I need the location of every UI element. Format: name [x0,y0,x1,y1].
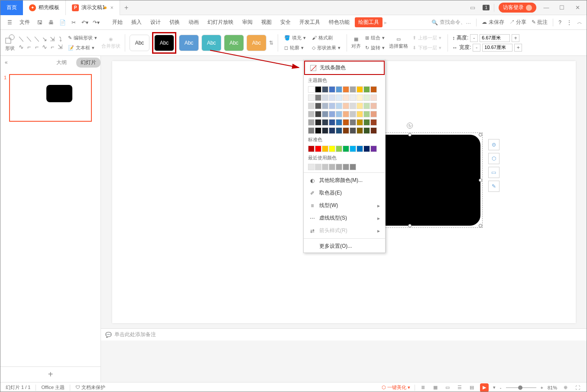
text-box-button[interactable]: 📝 文本框 ▾ [66,44,99,52]
menu-animation[interactable]: 动画 [185,17,202,27]
color-swatch[interactable] [315,103,321,109]
view-normal-icon[interactable]: ≣ [419,384,427,392]
quick-tool-3[interactable]: ▭ [488,167,499,178]
menu-review[interactable]: 审阅 [239,17,256,27]
color-swatch[interactable] [350,119,356,126]
more-icon[interactable]: ⋮ [567,19,572,26]
menu-start[interactable]: 开始 [109,17,126,27]
zoom-out[interactable]: - [500,385,502,390]
window-menu-icon[interactable]: ▭ [467,4,478,11]
align-button[interactable]: ▦ 对齐 [351,36,361,49]
minimize-button[interactable]: — [541,4,552,11]
style-preset-6[interactable]: Abc [246,35,266,51]
quick-tool-4[interactable]: ✎ [488,181,499,192]
weight-option[interactable]: ≡ 线型(W) ▸ [304,199,385,212]
eyedropper-option[interactable]: ✐ 取色器(E) [304,187,385,199]
beautify-button[interactable]: ⬡ 一键美化 ▾ [382,384,410,391]
color-swatch[interactable] [343,86,349,93]
save-icon[interactable]: 🖫 [35,18,45,27]
style-preset-2[interactable]: Abc [154,35,174,51]
width-minus[interactable]: - [473,44,480,52]
color-swatch[interactable] [308,119,315,126]
color-swatch[interactable] [370,127,377,134]
slides-tab[interactable]: 幻灯片 [76,58,101,68]
color-swatch[interactable] [336,111,342,117]
menu-insert[interactable]: 插入 [128,17,145,27]
slide-thumbnail-1[interactable]: 1 [9,74,92,122]
annotate-button[interactable]: ✎ 批注 [532,19,548,26]
sidebar-collapse-icon[interactable]: « [5,59,8,65]
zoom-value[interactable]: 81% [548,385,557,390]
view-reading-icon[interactable]: ▭ [444,384,451,392]
add-slide-button[interactable]: + [0,366,101,382]
tab-close-icon[interactable]: × [110,5,114,11]
color-swatch[interactable] [363,127,370,134]
menu-file[interactable]: 文件 [16,17,33,27]
shape-effect-button[interactable]: ◇ 形状效果 ▾ [310,44,342,52]
color-swatch[interactable] [329,119,335,126]
color-swatch[interactable] [336,103,342,109]
tab-document[interactable]: P 演示文稿1 × [66,0,120,15]
color-swatch[interactable] [363,86,370,93]
color-swatch[interactable] [322,103,328,109]
color-swatch[interactable] [350,103,356,109]
color-swatch[interactable] [315,164,321,170]
color-swatch[interactable] [336,86,342,93]
resize-handle-s[interactable] [408,224,412,227]
color-swatch[interactable] [357,146,363,152]
menu-hamburger-icon[interactable]: ☰ [5,18,14,27]
group-button[interactable]: ⊞ 组合 ▾ [363,34,386,42]
style-preset-3[interactable]: Abc [179,35,199,51]
color-swatch[interactable] [322,164,328,170]
redo-icon[interactable]: ↷▾ [91,18,101,27]
color-swatch[interactable] [329,94,335,101]
fit-icon[interactable]: ⊕ [561,384,569,392]
color-swatch[interactable] [343,127,349,134]
edit-shape-button[interactable]: ✎ 编辑形状 ▾ [66,34,99,42]
color-swatch[interactable] [322,146,328,152]
color-swatch[interactable] [357,111,363,117]
close-button[interactable]: ✕ [572,4,583,11]
color-swatch[interactable] [336,94,342,101]
menu-design[interactable]: 设计 [147,17,164,27]
color-swatch[interactable] [350,111,356,117]
protection-status[interactable]: 🛡 文档未保护 [75,384,105,391]
view-outline-icon[interactable]: ☰ [456,384,464,392]
width-plus[interactable]: + [514,44,522,52]
color-swatch[interactable] [308,103,315,109]
color-swatch[interactable] [329,103,335,109]
width-input[interactable] [482,44,512,52]
color-swatch[interactable] [308,94,315,101]
color-swatch[interactable] [357,103,363,109]
menu-security[interactable]: 安全 [277,17,294,27]
view-notes-icon[interactable]: ▤ [468,384,476,392]
menu-transition[interactable]: 切换 [166,17,183,27]
cut-icon[interactable]: ✂ [69,18,78,27]
color-swatch[interactable] [315,94,321,101]
color-swatch[interactable] [370,111,377,117]
color-swatch[interactable] [308,86,315,93]
rotate-button[interactable]: ↻ 旋转 ▾ [363,44,386,52]
unsaved-status[interactable]: ☁ 未保存 [482,19,504,26]
preview-icon[interactable]: 📄 [58,18,67,27]
share-button[interactable]: ↗ 分享 [509,19,526,26]
resize-handle-se[interactable] [479,224,482,227]
notes-bar[interactable]: 💬 单击此处添加备注 [101,328,587,340]
undo-icon[interactable]: ↶▾ [80,18,90,27]
more-settings-option[interactable]: 更多设置(O)... [304,240,385,253]
format-painter-button[interactable]: 🖌 格式刷 [310,34,342,42]
resize-handle-n[interactable] [408,133,412,136]
color-swatch[interactable] [315,111,321,117]
color-swatch[interactable] [336,119,342,126]
quick-tool-1[interactable]: ⊝ [488,139,499,150]
tab-home[interactable]: 首页 [0,0,23,15]
color-swatch[interactable] [357,119,363,126]
menu-view[interactable]: 视图 [258,17,275,27]
color-swatch[interactable] [322,111,328,117]
color-swatch[interactable] [343,164,349,170]
menu-drawing-tools[interactable]: 绘图工具 [355,17,383,27]
resize-handle-ne[interactable] [479,133,482,136]
color-swatch[interactable] [322,119,328,126]
dashes-option[interactable]: ⋯ 虚线线型(S) ▸ [304,212,385,224]
color-swatch[interactable] [315,119,321,126]
